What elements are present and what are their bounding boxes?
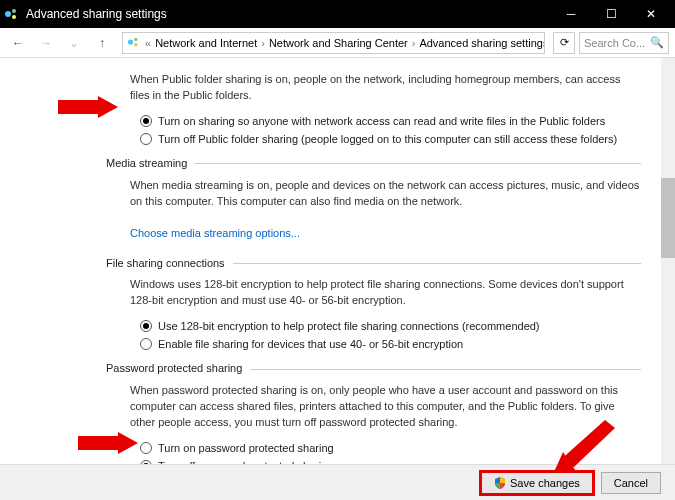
close-button[interactable]: ✕ — [631, 0, 671, 28]
breadcrumb-icon — [127, 35, 141, 51]
cancel-button[interactable]: Cancel — [601, 472, 661, 494]
svg-point-0 — [5, 11, 11, 17]
forward-button[interactable]: → — [34, 31, 58, 55]
breadcrumb-item[interactable]: Network and Internet — [155, 37, 257, 49]
section-password-sharing: Password protected sharing — [106, 361, 641, 377]
search-input[interactable]: Search Co... 🔍 — [579, 32, 669, 54]
radio-40bit[interactable]: Enable file sharing for devices that use… — [140, 337, 641, 353]
svg-point-5 — [134, 42, 138, 46]
section-media-streaming: Media streaming — [106, 156, 641, 172]
filesharing-desc: Windows uses 128-bit encryption to help … — [130, 277, 641, 309]
media-streaming-link[interactable]: Choose media streaming options... — [130, 226, 300, 242]
radio-public-sharing-on[interactable]: Turn on sharing so anyone with network a… — [140, 114, 641, 130]
breadcrumb-item[interactable]: Advanced sharing settings — [419, 37, 545, 49]
breadcrumb-item[interactable]: Network and Sharing Center — [269, 37, 408, 49]
radio-128bit[interactable]: Use 128-bit encryption to help protect f… — [140, 319, 641, 335]
window-title: Advanced sharing settings — [26, 7, 167, 21]
recent-dropdown[interactable]: ⌄ — [62, 31, 86, 55]
refresh-button[interactable]: ⟳ — [553, 32, 575, 54]
shield-icon — [494, 477, 506, 489]
content-area: When Public folder sharing is on, people… — [0, 58, 661, 464]
radio-password-on[interactable]: Turn on password protected sharing — [140, 441, 641, 457]
titlebar: Advanced sharing settings ─ ☐ ✕ — [0, 0, 675, 28]
section-file-sharing: File sharing connections — [106, 256, 641, 272]
app-icon — [4, 6, 20, 22]
scrollbar-thumb[interactable] — [661, 178, 675, 258]
minimize-button[interactable]: ─ — [551, 0, 591, 28]
svg-point-2 — [12, 15, 16, 19]
scrollbar-track[interactable] — [661, 58, 675, 464]
svg-point-4 — [134, 37, 138, 41]
svg-point-1 — [12, 9, 16, 13]
save-changes-button[interactable]: Save changes — [481, 472, 593, 494]
search-icon: 🔍 — [650, 36, 664, 49]
breadcrumb[interactable]: « Network and Internet › Network and Sha… — [122, 32, 545, 54]
public-folder-desc: When Public folder sharing is on, people… — [130, 72, 641, 104]
navbar: ← → ⌄ ↑ « Network and Internet › Network… — [0, 28, 675, 58]
password-desc: When password protected sharing is on, o… — [130, 383, 641, 431]
maximize-button[interactable]: ☐ — [591, 0, 631, 28]
svg-point-3 — [128, 39, 133, 44]
footer: Save changes Cancel — [0, 464, 675, 500]
media-desc: When media streaming is on, people and d… — [130, 178, 641, 210]
back-button[interactable]: ← — [6, 31, 30, 55]
up-button[interactable]: ↑ — [90, 31, 114, 55]
radio-public-sharing-off[interactable]: Turn off Public folder sharing (people l… — [140, 132, 641, 148]
